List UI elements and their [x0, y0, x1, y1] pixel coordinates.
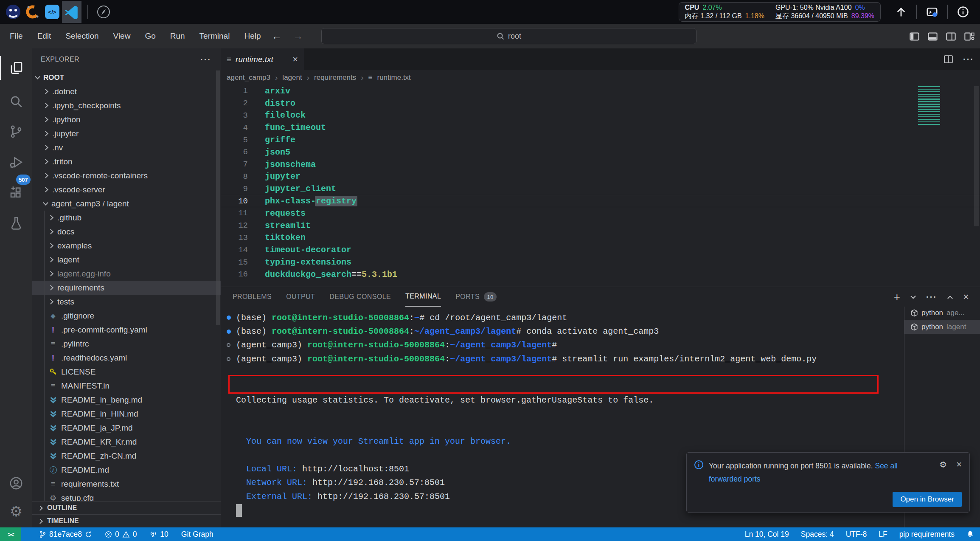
tree-item[interactable]: LICENSE [32, 365, 221, 379]
menu-view[interactable]: View [106, 29, 138, 43]
tab-terminal[interactable]: TERMINAL [405, 287, 441, 307]
minimap[interactable] [918, 86, 940, 126]
command-success-decoration-icon[interactable] [227, 316, 231, 320]
toggle-sidebar-icon[interactable] [909, 31, 920, 42]
terminal-instance[interactable]: python age... [904, 306, 980, 320]
testing-activity-icon[interactable] [0, 211, 32, 235]
tree-item[interactable]: README_KR_Kr.md [32, 435, 221, 449]
tree-item[interactable]: .vscode-server [32, 183, 221, 197]
extensions-activity-icon[interactable] [0, 181, 32, 205]
code-line[interactable]: 14timeout-decorator [221, 244, 980, 256]
forwarded-ports-item[interactable]: 10 [149, 530, 168, 539]
source-control-activity-icon[interactable] [0, 120, 32, 144]
code-line[interactable]: 1arxiv [221, 85, 980, 97]
editor-scrollbar[interactable] [974, 86, 979, 226]
terminal-dropdown-icon[interactable] [910, 293, 916, 299]
breadcrumb-item[interactable]: runtime.txt [377, 73, 410, 82]
panel-more-actions-icon[interactable]: ··· [926, 292, 937, 302]
explorer-activity-icon[interactable] [0, 56, 32, 80]
problems-item[interactable]: 0 0 [105, 530, 137, 539]
maximize-panel-icon[interactable] [947, 296, 953, 301]
tab-runtime-txt[interactable]: ≡ runtime.txt × [221, 48, 304, 70]
indentation-item[interactable]: Spaces: 4 [801, 530, 834, 539]
tree-item[interactable]: README_ja_JP.md [32, 421, 221, 435]
search-activity-icon[interactable] [0, 90, 32, 113]
explorer-more-actions-icon[interactable]: ··· [200, 55, 211, 65]
app-code-icon[interactable]: </> [42, 1, 62, 23]
sidebar-scrollbar[interactable] [216, 70, 220, 325]
menu-help[interactable]: Help [237, 29, 268, 43]
toggle-secondary-sidebar-icon[interactable] [945, 31, 957, 42]
tree-item[interactable]: .github [32, 211, 221, 225]
tree-item[interactable]: .vscode-remote-containers [32, 169, 221, 183]
code-area[interactable]: 1arxiv 2distro 3filelock 4func_timeout 5… [221, 85, 980, 281]
notification-close-icon[interactable]: × [956, 460, 962, 469]
outline-section-header[interactable]: OUTLINE [32, 501, 221, 514]
language-mode-item[interactable]: pip requirements [899, 530, 955, 539]
tree-item[interactable]: .nv [32, 141, 221, 155]
code-line[interactable]: 16duckduckgo_search==5.3.1b1 [221, 268, 980, 281]
tree-item[interactable]: README_in_HIN.md [32, 407, 221, 421]
back-arrow-icon[interactable]: ← [272, 30, 282, 42]
tree-item[interactable]: .jupyter [32, 127, 221, 141]
menu-file[interactable]: File [3, 29, 30, 43]
tab-problems[interactable]: PROBLEMS [233, 287, 272, 307]
menu-go[interactable]: Go [138, 29, 163, 43]
tree-item[interactable]: !.pre-commit-config.yaml [32, 323, 221, 337]
tree-item[interactable]: lagent.egg-info [32, 267, 221, 281]
cursor-position-item[interactable]: Ln 10, Col 19 [745, 530, 789, 539]
code-line[interactable]: 3filelock [221, 110, 980, 122]
tree-item-selected[interactable]: requirements [32, 281, 221, 295]
tree-item[interactable]: lagent [32, 253, 221, 267]
close-panel-icon[interactable]: × [963, 291, 969, 303]
tree-item-root[interactable]: ROOT [32, 70, 221, 85]
menu-run[interactable]: Run [163, 29, 192, 43]
command-decoration-icon[interactable] [227, 343, 230, 347]
menu-selection[interactable]: Selection [58, 29, 106, 43]
open-in-browser-button[interactable]: Open in Browser [893, 492, 962, 507]
git-branch-item[interactable]: 81e7ace8 [39, 530, 92, 539]
tree-item[interactable]: README_in_beng.md [32, 393, 221, 407]
tree-item[interactable]: ≡requirements.txt [32, 477, 221, 491]
code-line[interactable]: 13tiktoken [221, 232, 980, 244]
tree-item[interactable]: !.readthedocs.yaml [32, 351, 221, 365]
git-graph-item[interactable]: Git Graph [181, 530, 213, 539]
tree-item[interactable]: .triton [32, 155, 221, 169]
tree-item[interactable]: ◆.gitignore [32, 309, 221, 323]
run-debug-activity-icon[interactable] [0, 150, 32, 174]
code-line[interactable]: 7jsonschema [221, 158, 980, 171]
info-circle-icon[interactable] [954, 6, 972, 18]
tree-item[interactable]: tests [32, 295, 221, 309]
code-line[interactable]: 6json5 [221, 146, 980, 158]
code-line[interactable]: 15typing-extensions [221, 256, 980, 268]
tree-item[interactable]: docs [32, 225, 221, 239]
customize-layout-icon[interactable] [963, 31, 975, 42]
tree-item[interactable]: ⚙setup.cfg [32, 491, 221, 501]
code-line[interactable]: 4func_timeout [221, 121, 980, 134]
code-line[interactable]: 9jupyter_client [221, 183, 980, 195]
code-line[interactable]: 11requests [221, 207, 980, 220]
tree-item[interactable]: README_zh-CN.md [32, 449, 221, 463]
split-editor-icon[interactable] [943, 54, 954, 65]
app-orange-icon[interactable] [23, 1, 42, 23]
tree-item[interactable]: .dotnet [32, 85, 221, 99]
code-line-current[interactable]: 10phx-class-registry [221, 195, 980, 207]
timeline-section-header[interactable]: TIMELINE [32, 514, 221, 527]
toggle-panel-icon[interactable] [927, 31, 938, 42]
screenshot-tool-icon[interactable] [923, 6, 941, 18]
breadcrumb-item[interactable]: requirements [314, 73, 356, 82]
editor-more-actions-icon[interactable]: ··· [963, 54, 974, 64]
notification-settings-icon[interactable]: ⚙ [939, 459, 947, 470]
tab-debug-console[interactable]: DEBUG CONSOLE [329, 287, 391, 307]
tab-output[interactable]: OUTPUT [286, 287, 315, 307]
code-line[interactable]: 5griffe [221, 134, 980, 146]
tree-item[interactable]: ≡.pylintrc [32, 337, 221, 351]
tab-ports[interactable]: PORTS10 [455, 287, 497, 307]
breadcrumb-item[interactable]: lagent [282, 73, 302, 82]
forward-arrow-icon[interactable]: → [293, 30, 303, 42]
command-success-decoration-icon[interactable] [227, 330, 231, 334]
command-decoration-icon[interactable] [227, 357, 230, 361]
menu-terminal[interactable]: Terminal [192, 29, 237, 43]
tab-close-icon[interactable]: × [292, 55, 298, 64]
tree-item-expanded[interactable]: agent_camp3 / lagent [32, 197, 221, 211]
